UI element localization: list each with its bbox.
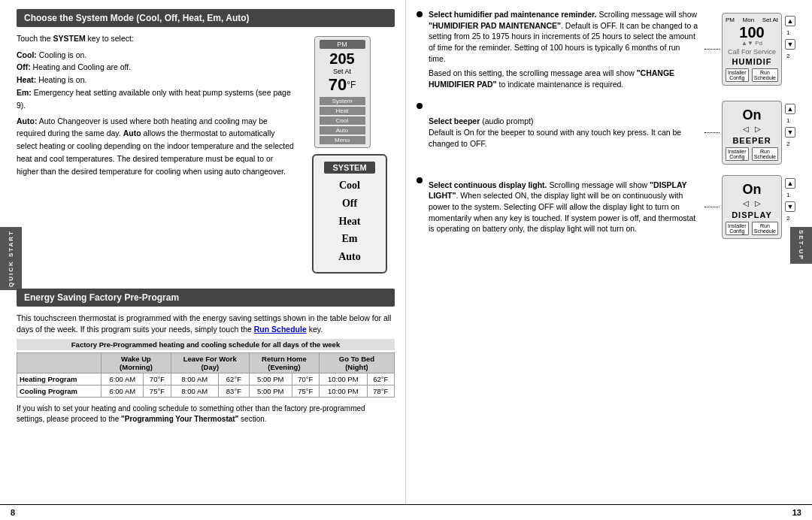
row-label-cooling: Cooling Program bbox=[17, 385, 102, 398]
up-button[interactable]: ▲ bbox=[785, 178, 795, 189]
display-device: On ◁▷ DISPLAY InstallerConfig RunSchedul… bbox=[722, 175, 782, 239]
cell: 6:00 AM bbox=[102, 373, 144, 385]
beeper-device: On ◁▷ BEEPER InstallerConfig RunSchedule bbox=[722, 101, 782, 165]
cell: 62°F bbox=[367, 373, 394, 385]
humidifier-device: PM Mon Set At 100 ▲▼ Pd Call For Service… bbox=[722, 13, 782, 86]
mode-list: Cool: Cooling is on. Off: Heating and Co… bbox=[17, 49, 297, 178]
bottom-text: If you wish to set your heating and cool… bbox=[17, 404, 395, 425]
page-number-right: 13 bbox=[406, 508, 801, 517]
cell: 5:00 PM bbox=[249, 385, 292, 398]
down-button[interactable]: ▼ bbox=[785, 39, 795, 50]
table-row: Heating Program 6:00 AM 70°F 8:00 AM 62°… bbox=[17, 373, 395, 385]
cell: 70°F bbox=[292, 373, 319, 385]
cell: 70°F bbox=[144, 373, 171, 385]
section1-header: Choose the System Mode (Cool, Off, Heat,… bbox=[17, 9, 395, 27]
up-button[interactable]: ▲ bbox=[785, 16, 795, 26]
cell: 5:00 PM bbox=[249, 373, 292, 385]
right-panel: Select humidifier pad maintenance remind… bbox=[406, 0, 812, 504]
down-button[interactable]: ▼ bbox=[785, 201, 795, 212]
humidifier-side-buttons: ▲ 1 ▼ 2 bbox=[785, 16, 795, 59]
display-light-item: Select continuous display light. Scrolli… bbox=[417, 175, 795, 239]
system-label: SYSTEM bbox=[324, 162, 375, 174]
up-button[interactable]: ▲ bbox=[785, 104, 795, 114]
col-header-0 bbox=[17, 353, 102, 373]
table-row: Cooling Program 6:00 AM 75°F 8:00 AM 83°… bbox=[17, 385, 395, 398]
humidifier-text: Select humidifier pad maintenance remind… bbox=[429, 9, 699, 90]
cell: 75°F bbox=[144, 385, 171, 398]
cell: 83°F bbox=[218, 385, 249, 398]
page-number-left: 8 bbox=[11, 508, 406, 517]
col-header-return: Return Home(Evening) bbox=[249, 353, 319, 373]
beeper-item: Select beeper (audio prompt)Default is O… bbox=[417, 101, 795, 165]
schedule-table: Wake Up(Morning) Leave For Work(Day) Ret… bbox=[17, 352, 395, 398]
beeper-side-buttons: ▲ 1 ▼ 2 bbox=[785, 104, 795, 147]
energy-intro: This touchscreen thermostat is programme… bbox=[17, 313, 395, 334]
down-button[interactable]: ▼ bbox=[785, 127, 795, 138]
system-display: SYSTEM CoolOffHeatEmAuto bbox=[312, 154, 387, 274]
cell: 8:00 AM bbox=[171, 373, 218, 385]
row-label-heating: Heating Program bbox=[17, 373, 102, 385]
beeper-text: Select beeper (audio prompt)Default is O… bbox=[429, 116, 699, 149]
setup-tab: SET-UP bbox=[790, 227, 812, 264]
col-header-bed: Go To Bed(Night) bbox=[319, 353, 394, 373]
intro-text: Touch the SYSTEM key to select: bbox=[17, 33, 297, 44]
beeper-content: Select beeper (audio prompt)Default is O… bbox=[429, 101, 795, 165]
cell: 75°F bbox=[292, 385, 319, 398]
section2-header: Energy Saving Factory Pre-Program bbox=[17, 289, 395, 307]
footer: 8 13 bbox=[0, 504, 812, 520]
humidifier-content: Select humidifier pad maintenance remind… bbox=[429, 9, 795, 90]
energy-section: Energy Saving Factory Pre-Program This t… bbox=[17, 289, 395, 425]
display-light-content: Select continuous display light. Scrolli… bbox=[429, 175, 795, 239]
system-modes: CoolOffHeatEmAuto bbox=[324, 177, 375, 266]
humidifier-item: Select humidifier pad maintenance remind… bbox=[417, 9, 795, 90]
col-header-wakeup: Wake Up(Morning) bbox=[102, 353, 171, 373]
cell: 10:00 PM bbox=[319, 385, 367, 398]
display-side-buttons: ▲ 1 ▼ 2 bbox=[785, 178, 795, 222]
bullet-icon bbox=[417, 11, 423, 17]
bullet-icon bbox=[417, 177, 423, 183]
cell: 6:00 AM bbox=[102, 385, 144, 398]
left-panel: Choose the System Mode (Cool, Off, Heat,… bbox=[0, 0, 406, 504]
display-light-text: Select continuous display light. Scrolli… bbox=[429, 180, 699, 234]
cell: 62°F bbox=[218, 373, 249, 385]
cell: 10:00 PM bbox=[319, 373, 367, 385]
table-title: Factory Pre-Programmed heating and cooli… bbox=[17, 339, 395, 350]
thermo-display: PM 205 Set At 70°F System Heat Cool Auto… bbox=[314, 36, 371, 148]
col-header-work: Leave For Work(Day) bbox=[171, 353, 249, 373]
cell: 78°F bbox=[367, 385, 394, 398]
cell: 8:00 AM bbox=[171, 385, 218, 398]
bullet-icon bbox=[417, 103, 423, 109]
